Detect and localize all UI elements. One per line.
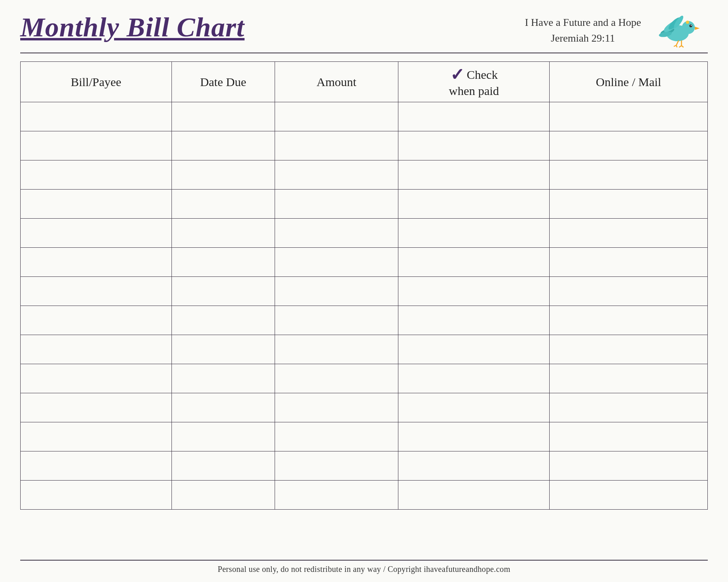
table-row[interactable]: [21, 364, 708, 393]
table-cell[interactable]: [275, 219, 398, 248]
checkmark-icon: ✓: [450, 66, 464, 83]
col-header-bill: Bill/Payee: [21, 62, 172, 102]
table-cell[interactable]: [550, 277, 708, 306]
table-header-row: Bill/Payee Date Due Amount ✓ Check when …: [21, 62, 708, 102]
table-row[interactable]: [21, 306, 708, 335]
table-cell[interactable]: [275, 451, 398, 481]
header-right-group: I Have a Future and a Hope Jeremiah 29:1…: [525, 12, 708, 48]
table-cell[interactable]: [550, 335, 708, 364]
table-cell[interactable]: [275, 306, 398, 335]
table-cell[interactable]: [550, 481, 708, 510]
table-cell[interactable]: [171, 160, 275, 190]
table-cell[interactable]: [21, 102, 172, 131]
table-cell[interactable]: [171, 364, 275, 393]
table-cell[interactable]: [21, 364, 172, 393]
svg-marker-2: [695, 27, 700, 30]
table-cell[interactable]: [398, 364, 550, 393]
table-cell[interactable]: [171, 481, 275, 510]
table-row[interactable]: [21, 481, 708, 510]
table-cell[interactable]: [171, 131, 275, 160]
table-cell[interactable]: [550, 160, 708, 190]
table-cell[interactable]: [398, 131, 550, 160]
table-cell[interactable]: [398, 190, 550, 219]
table-cell[interactable]: [21, 306, 172, 335]
table-cell[interactable]: [550, 422, 708, 451]
svg-line-13: [676, 45, 677, 47]
table-cell[interactable]: [398, 451, 550, 481]
table-cell[interactable]: [398, 393, 550, 422]
svg-point-16: [686, 21, 689, 24]
table-cell[interactable]: [21, 277, 172, 306]
table-cell[interactable]: [398, 219, 550, 248]
table-cell[interactable]: [398, 248, 550, 277]
table-row[interactable]: [21, 451, 708, 481]
table-cell[interactable]: [21, 481, 172, 510]
table-cell[interactable]: [398, 277, 550, 306]
table-cell[interactable]: [398, 335, 550, 364]
table-cell[interactable]: [398, 306, 550, 335]
table-cell[interactable]: [275, 335, 398, 364]
table-cell[interactable]: [550, 219, 708, 248]
table-cell[interactable]: [275, 248, 398, 277]
table-cell[interactable]: [21, 451, 172, 481]
table-cell[interactable]: [275, 481, 398, 510]
main-title: Monthly Bill Chart: [20, 12, 245, 42]
table-row[interactable]: [21, 131, 708, 160]
table-cell[interactable]: [550, 306, 708, 335]
table-row[interactable]: [21, 277, 708, 306]
table-cell[interactable]: [275, 277, 398, 306]
table-cell[interactable]: [171, 393, 275, 422]
table-cell[interactable]: [21, 422, 172, 451]
table-row[interactable]: [21, 335, 708, 364]
table-cell[interactable]: [550, 393, 708, 422]
table-cell[interactable]: [171, 219, 275, 248]
table-cell[interactable]: [21, 248, 172, 277]
table-cell[interactable]: [21, 335, 172, 364]
table-cell[interactable]: [398, 102, 550, 131]
scripture-area: I Have a Future and a Hope Jeremiah 29:1…: [525, 15, 641, 46]
table-row[interactable]: [21, 102, 708, 131]
table-cell[interactable]: [550, 190, 708, 219]
table-cell[interactable]: [275, 160, 398, 190]
table-cell[interactable]: [398, 481, 550, 510]
table-body: [21, 102, 708, 510]
table-cell[interactable]: [550, 451, 708, 481]
table-cell[interactable]: [171, 277, 275, 306]
table-row[interactable]: [21, 393, 708, 422]
table-row[interactable]: [21, 190, 708, 219]
table-cell[interactable]: [171, 306, 275, 335]
table-cell[interactable]: [550, 248, 708, 277]
table-cell[interactable]: [275, 422, 398, 451]
table-cell[interactable]: [275, 190, 398, 219]
table-cell[interactable]: [171, 451, 275, 481]
table-row[interactable]: [21, 160, 708, 190]
table-cell[interactable]: [398, 160, 550, 190]
table-cell[interactable]: [171, 102, 275, 131]
table-cell[interactable]: [550, 131, 708, 160]
table-row[interactable]: [21, 422, 708, 451]
table-cell[interactable]: [21, 190, 172, 219]
table-cell[interactable]: [398, 422, 550, 451]
bird-decoration: [655, 8, 708, 48]
check-subtext: when paid: [449, 84, 499, 98]
table-cell[interactable]: [275, 364, 398, 393]
table-cell[interactable]: [550, 364, 708, 393]
table-cell[interactable]: [171, 422, 275, 451]
table-cell[interactable]: [21, 160, 172, 190]
table-cell[interactable]: [171, 335, 275, 364]
table-cell[interactable]: [171, 248, 275, 277]
table-cell[interactable]: [21, 219, 172, 248]
check-header-content: ✓ Check when paid: [398, 66, 549, 98]
table-row[interactable]: [21, 248, 708, 277]
table-cell[interactable]: [550, 102, 708, 131]
col-header-check: ✓ Check when paid: [398, 62, 550, 102]
table-cell[interactable]: [171, 190, 275, 219]
table-cell[interactable]: [21, 393, 172, 422]
table-row[interactable]: [21, 219, 708, 248]
title-area: Monthly Bill Chart: [20, 12, 245, 42]
table-cell[interactable]: [275, 131, 398, 160]
table-cell[interactable]: [275, 102, 398, 131]
svg-line-14: [679, 46, 681, 47]
table-cell[interactable]: [275, 393, 398, 422]
table-cell[interactable]: [21, 131, 172, 160]
